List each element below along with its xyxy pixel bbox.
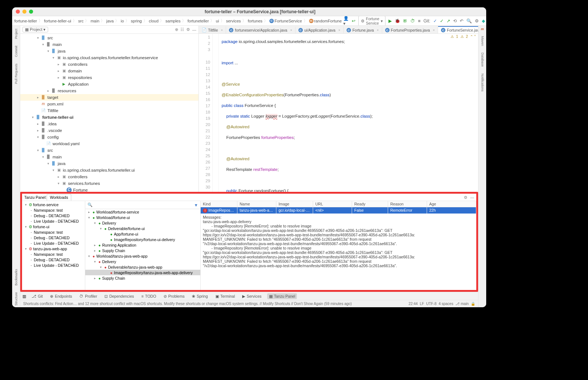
bottom-tab-problems[interactable]: ⊘ Problems <box>162 293 186 299</box>
resource-item[interactable]: ▸●Running Application <box>85 242 200 248</box>
breadcrumb[interactable]: CFortuneService <box>269 19 302 23</box>
run-button[interactable]: ▶ <box>388 18 392 24</box>
status-indent[interactable]: 4 spaces <box>438 302 453 306</box>
bottom-tab-profiler[interactable]: ⏱ Profiler <box>78 293 99 299</box>
close-window-button[interactable] <box>16 10 20 14</box>
breadcrumb[interactable]: java <box>106 19 114 23</box>
sidebar-tab-bookmarks[interactable]: Bookmarks <box>14 268 18 287</box>
status-branch[interactable]: ⎇ main <box>455 302 469 306</box>
resource-item[interactable]: ▾●Deliverable/fortune-ui <box>85 226 200 231</box>
resource-item[interactable]: ▸●Workload/fortune-service <box>85 209 200 215</box>
gutter-marks[interactable] <box>213 34 219 192</box>
editor-tab[interactable]: Cui/Application.java× <box>295 27 344 33</box>
breadcrumb[interactable]: cloud <box>149 19 158 23</box>
sidebar-tab-project[interactable]: Project <box>14 27 18 40</box>
resource-item[interactable]: ●ImageRepository/fortune-ui-delivery <box>85 237 200 242</box>
breadcrumb[interactable]: fortune-teller <box>14 19 37 23</box>
workload-item[interactable]: ·Namespace: test <box>22 251 85 257</box>
vcs-rollback-icon[interactable]: ↶ <box>460 18 463 24</box>
table-row[interactable]: !ImageRepository tanzu-java-web-ap…gcr.i… <box>201 207 476 214</box>
close-icon[interactable]: × <box>221 28 223 32</box>
breadcrumb[interactable]: src <box>78 19 84 23</box>
bottom-tab-todo[interactable]: ≡ TODO <box>140 293 158 299</box>
workload-item[interactable]: ·Debug - DETACHED <box>22 235 85 240</box>
workload-item[interactable]: ·Live Update - DETACHED <box>22 262 85 268</box>
resource-item[interactable]: ●App/fortune-ui <box>85 231 200 237</box>
resource-item[interactable]: ▸●Supply Chain <box>85 275 200 281</box>
zoom-window-button[interactable] <box>29 10 33 14</box>
project-tree[interactable]: ▾▉src ▾▉main ▾▉java ▾▣io.spring.cloud.sa… <box>20 34 198 192</box>
bottom-tab-git[interactable]: ⎇ Git <box>30 293 44 299</box>
editor-tab[interactable]: 📄Tiltfile× <box>199 26 226 33</box>
bottom-tab-spring[interactable]: ❀ Spring <box>190 293 209 299</box>
breadcrumb[interactable]: mrandomFortune <box>309 19 342 23</box>
editor-tab[interactable]: CFortuneService.java× <box>438 26 478 33</box>
editor-tab[interactable]: CFortune.java× <box>344 27 382 33</box>
close-icon[interactable]: × <box>433 28 435 32</box>
workload-item[interactable]: ▾⚙fortune-service <box>22 202 85 207</box>
search-icon[interactable]: 🔍 <box>466 18 472 24</box>
sidebar-tab-commit[interactable]: Commit <box>14 44 18 58</box>
settings-icon[interactable]: ⚙ <box>475 18 479 24</box>
bottom-tab-services[interactable]: ▶ Services <box>240 293 263 299</box>
close-icon[interactable]: × <box>338 28 340 32</box>
expand-all-icon[interactable]: ☷ <box>180 27 184 32</box>
breadcrumb[interactable]: fortune-teller-ui <box>44 19 71 23</box>
panel-tab-workloads[interactable]: Workloads <box>47 194 71 201</box>
project-view-selector[interactable]: ▦ Project ▾ <box>22 27 48 32</box>
editor-body[interactable]: ⚠1 ⚠2 ⌃ ˅ 123 10111213 14151617 18192021… <box>199 34 478 192</box>
workload-item[interactable]: ·Namespace: test <box>22 229 85 235</box>
sidebar-tab-structure[interactable]: Structure <box>14 291 18 307</box>
bottom-tab-dependencies[interactable]: ⊡ Dependencies <box>103 293 136 299</box>
workload-item[interactable]: ·Namespace: test <box>22 207 85 213</box>
debug-button[interactable]: 🐞 <box>395 18 400 24</box>
search-input[interactable] <box>93 203 193 207</box>
resource-item[interactable]: ▸●Supply Chain <box>85 248 200 253</box>
status-lock-icon[interactable]: 🔒 <box>471 302 475 306</box>
plugin-icon[interactable]: ◆ <box>482 18 485 24</box>
back-icon[interactable]: ↩ <box>352 18 355 24</box>
status-message[interactable]: Shortcuts conflicts: Find Action… and 12… <box>23 302 352 306</box>
breadcrumb[interactable]: main <box>90 19 99 23</box>
vcs-update-icon[interactable]: ✓ <box>433 18 437 24</box>
filter-icon[interactable]: ▼ <box>194 203 198 207</box>
workload-item[interactable]: ·Live Update - DETACHED <box>22 218 85 224</box>
status-icon[interactable]: ▥ <box>22 294 26 298</box>
workload-item[interactable]: ·Debug - DETACHED <box>22 257 85 262</box>
editor-tab[interactable]: CFortuneProperties.java× <box>382 27 438 33</box>
resource-item[interactable]: ●ImageRepository/tanzu-java-web-app-deli… <box>85 270 200 275</box>
workloads-tree[interactable]: ▾⚙fortune-service·Namespace: test·Debug … <box>22 201 85 290</box>
breadcrumb[interactable]: services <box>226 19 241 23</box>
minimize-window-button[interactable] <box>22 10 26 14</box>
resources-list[interactable]: ▸●Workload/fortune-service▾●Workload/for… <box>85 209 200 290</box>
vcs-push-icon[interactable]: ↗ <box>447 18 450 24</box>
messages-pane[interactable]: Messages: tanzu-java-web-app-delivery - … <box>201 214 476 290</box>
profile-button[interactable]: ⏱ <box>410 18 415 24</box>
sidebar-tab-maven[interactable]: Maven <box>481 35 484 47</box>
users-icon[interactable]: 👤▾ <box>343 16 349 26</box>
panel-settings-icon[interactable]: ⚙ <box>464 195 467 200</box>
bottom-tab-tanzu[interactable]: ▦ Tanzu Panel <box>267 293 297 299</box>
close-icon[interactable]: × <box>377 28 379 32</box>
line-gutter[interactable]: 123 10111213 14151617 18192021 22232425 … <box>199 34 213 192</box>
breadcrumb[interactable]: ui <box>216 19 219 23</box>
status-line-sep[interactable]: LF <box>420 302 424 306</box>
coverage-button[interactable]: ⛨ <box>403 18 408 24</box>
workload-item[interactable]: ▾⚙tanzu-java-web-app <box>22 246 85 251</box>
status-encoding[interactable]: UTF-8 <box>426 302 436 306</box>
breadcrumb[interactable]: io <box>121 19 124 23</box>
sidebar-tab-database[interactable]: Database <box>481 51 484 68</box>
sidebar-tab-pull-requests[interactable]: Pull Requests <box>14 62 18 86</box>
workload-item[interactable]: ·Live Update - DETACHED <box>22 240 85 246</box>
select-opened-file-icon[interactable]: ⊕ <box>175 27 178 32</box>
hide-icon[interactable]: — <box>192 28 196 32</box>
vcs-history-icon[interactable]: ⟲ <box>453 18 457 24</box>
breadcrumb[interactable]: samples <box>165 19 180 23</box>
breadcrumb[interactable]: spring <box>131 19 142 23</box>
breadcrumb[interactable]: fortunes <box>248 19 262 23</box>
bottom-tab-endpoints[interactable]: ⊕ Endpoints <box>48 293 74 299</box>
resource-item[interactable]: ▾●Delivery <box>85 220 200 226</box>
sidebar-tab-notifications[interactable]: Notifications <box>481 72 484 93</box>
vcs-commit-icon[interactable]: ✓ <box>440 18 444 24</box>
editor-tab[interactable]: Cfortuneservice/Application.java× <box>226 27 295 33</box>
